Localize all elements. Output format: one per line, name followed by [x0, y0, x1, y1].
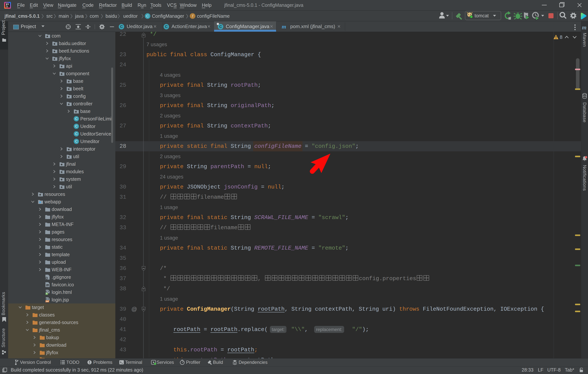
svg-text:JSP: JSP: [46, 300, 49, 302]
svg-text:H: H: [46, 293, 47, 295]
svg-text:8: 8: [560, 34, 562, 40]
svg-text:tomcat: tomcat: [474, 13, 489, 18]
